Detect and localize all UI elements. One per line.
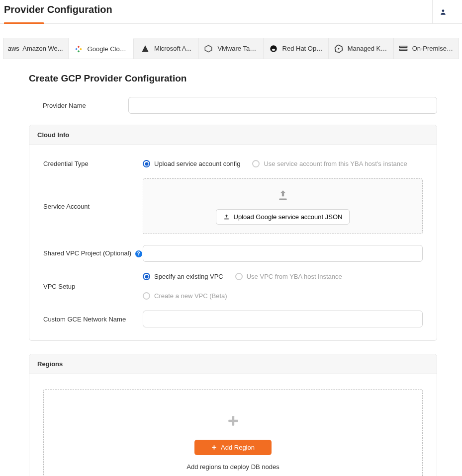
gce-network-input[interactable] [143,311,423,327]
aws-icon: aws [8,44,18,54]
add-region-label: Add Region [221,444,255,451]
upload-button-label: Upload Google service account JSON [234,213,343,221]
gcp-icon [74,44,84,54]
svg-rect-5 [400,49,407,50]
svg-point-0 [442,9,444,12]
radio-icon [143,160,150,167]
tab-kubernetes[interactable]: Managed Ku... [329,38,394,59]
user-menu[interactable] [432,0,453,24]
tab-label: Amazon We... [22,45,63,52]
credential-option-host[interactable]: Use service account from this YBA host's… [252,160,407,167]
add-region-button[interactable]: Add Region [194,440,272,455]
form-title: Create GCP Provider Configuration [29,73,437,84]
gce-network-row: Custom GCE Network Name [43,311,423,327]
regions-header: Regions [29,354,437,374]
svg-rect-4 [400,46,407,47]
radio-icon [252,160,260,167]
vpc-option-create[interactable]: Create a new VPC (Beta) [143,292,227,300]
redhat-icon [269,44,278,54]
svg-rect-9 [228,420,238,422]
cloud-info-panel: Cloud Info Credential Type Upload servic… [29,125,437,341]
page-header: Provider Configuration [0,0,462,24]
shared-vpc-label: Shared VPC Project (Optional) ? [43,249,143,257]
svg-rect-6 [279,199,286,200]
vpc-option-existing[interactable]: Specify an existing VPC [143,273,223,280]
tab-label: Red Hat Ope... [282,45,324,52]
svg-point-3 [338,48,340,49]
provider-tabs: aws Amazon We... Google Clou... Microsof… [3,38,459,59]
azure-icon [140,44,150,54]
tab-label: Google Clou... [88,45,128,53]
shared-vpc-input[interactable] [143,245,423,262]
radio-icon [143,292,150,300]
radio-label: Use service account from this YBA host's… [264,160,407,167]
svg-rect-7 [224,219,229,220]
vpc-setup-label: VPC Setup [43,283,143,290]
tab-redhat[interactable]: Red Hat Ope... [264,38,329,59]
vpc-setup-row: VPC Setup Specify an existing VPC Use VP… [43,273,423,300]
kubernetes-icon [334,44,343,54]
radio-label: Specify an existing VPC [154,273,223,280]
regions-empty-area: Add Region Add regions to deploy DB node… [43,389,423,476]
add-region-hint: Add regions to deploy DB nodes [49,463,417,471]
plus-small-icon [211,445,217,450]
provider-name-label: Provider Name [29,102,128,109]
radio-icon [143,273,150,280]
tab-aws[interactable]: aws Amazon We... [3,38,69,59]
shared-vpc-label-text: Shared VPC Project (Optional) [43,249,131,257]
form-content: Create GCP Provider Configuration Provid… [0,59,462,476]
vpc-option-host[interactable]: Use VPC from YBA host instance [235,273,342,280]
radio-label: Create a new VPC (Beta) [154,292,227,300]
svg-rect-11 [212,447,216,448]
provider-name-input[interactable] [128,97,437,114]
cloud-info-header: Cloud Info [29,125,437,145]
tab-label: Managed Ku... [348,45,388,52]
credential-type-label: Credential Type [43,160,143,167]
radio-label: Use VPC from YBA host instance [247,273,342,280]
user-icon [440,8,447,15]
tab-label: VMware Tan... [217,45,258,52]
tab-gcp[interactable]: Google Clou... [69,38,134,59]
upload-dropzone[interactable]: Upload Google service account JSON [143,178,423,234]
page-title: Provider Configuration [4,0,112,15]
tab-vmware[interactable]: VMware Tan... [199,38,264,59]
plus-icon [49,414,417,431]
credential-type-row: Credential Type Upload service account c… [43,160,423,167]
service-account-label: Service Account [43,203,143,210]
radio-icon [235,273,243,280]
onprem-icon [399,44,408,54]
gce-network-label: Custom GCE Network Name [43,316,143,323]
title-underline [4,22,44,24]
upload-json-button[interactable]: Upload Google service account JSON [216,209,350,225]
tab-azure[interactable]: Microsoft A... [134,38,199,59]
regions-panel: Regions Add Region Add regions to deploy… [29,354,437,476]
service-account-row: Service Account Upload Google service ac… [43,178,423,234]
credential-option-upload[interactable]: Upload service account config [143,160,240,167]
page-title-wrap: Provider Configuration [4,0,112,24]
tab-onprem[interactable]: On-Premises ... [394,38,459,59]
shared-vpc-row: Shared VPC Project (Optional) ? [43,245,423,262]
tab-label: Microsoft A... [154,45,191,52]
svg-marker-1 [205,45,212,52]
provider-name-row: Provider Name [29,97,437,114]
radio-label: Upload service account config [154,160,240,167]
tab-label: On-Premises ... [412,45,454,52]
upload-small-icon [223,214,230,220]
vmware-icon [204,44,214,54]
info-icon[interactable]: ? [135,250,142,257]
upload-icon [276,189,290,202]
